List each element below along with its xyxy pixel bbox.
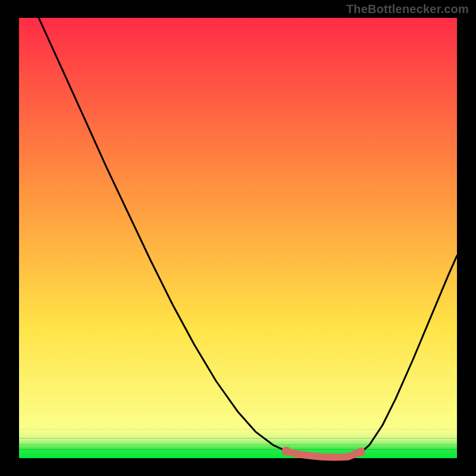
svg-rect-2 (19, 439, 457, 445)
svg-rect-0 (19, 449, 457, 458)
svg-rect-6 (19, 18, 457, 194)
optimal-range-endpoint (281, 447, 290, 456)
svg-rect-4 (19, 326, 457, 430)
bottleneck-curve-chart (0, 0, 476, 476)
svg-rect-1 (19, 445, 457, 449)
svg-rect-5 (19, 194, 457, 326)
optimal-range-endpoint (356, 447, 365, 456)
watermark-text: TheBottlenecker.com (346, 2, 469, 16)
svg-rect-3 (19, 430, 457, 439)
chart-container: TheBottlenecker.com (0, 0, 476, 476)
